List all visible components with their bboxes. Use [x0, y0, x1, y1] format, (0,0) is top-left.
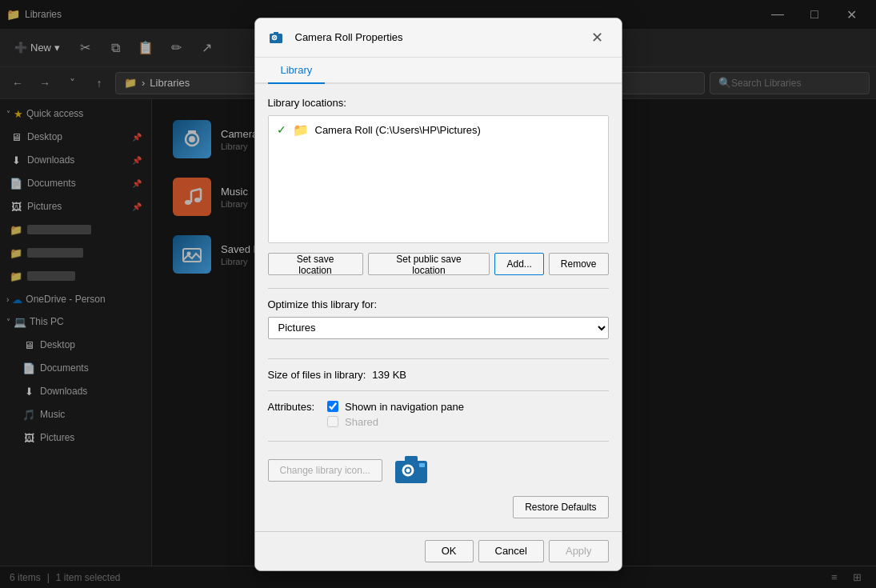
svg-rect-13: [274, 32, 278, 34]
icon-row: Change library icon...: [268, 451, 609, 490]
svg-point-12: [274, 37, 275, 38]
restore-defaults-row: Restore Defaults: [268, 496, 609, 518]
shown-in-nav-row: Shown in navigation pane: [327, 401, 464, 413]
attributes-label: Attributes:: [268, 401, 315, 413]
shared-row: Shared: [327, 416, 464, 428]
add-button[interactable]: Add...: [494, 253, 543, 275]
attributes-row: Attributes: Shown in navigation pane Sha…: [268, 401, 609, 431]
dialog-overlay: Camera Roll Properties ✕ Library Library…: [0, 0, 876, 588]
camera-roll-properties-dialog: Camera Roll Properties ✕ Library Library…: [254, 18, 622, 571]
divider-4: [268, 441, 609, 442]
change-icon-button[interactable]: Change library icon...: [268, 459, 382, 482]
folder-yellow-icon: 📁: [293, 122, 309, 138]
attributes-checkboxes: Shown in navigation pane Shared: [327, 401, 464, 431]
shared-checkbox[interactable]: [327, 416, 338, 427]
shown-in-nav-checkbox[interactable]: [327, 401, 338, 412]
attributes-section: Attributes: Shown in navigation pane Sha…: [268, 401, 609, 431]
check-icon: ✓: [277, 123, 286, 136]
size-row: Size of files in library: 139 KB: [268, 369, 609, 381]
library-preview-icon: [392, 451, 430, 490]
divider-1: [268, 288, 609, 289]
optimize-label: Optimize this library for:: [268, 298, 609, 310]
location-buttons: Set save location Set public save locati…: [268, 253, 609, 275]
location-item: ✓ 📁 Camera Roll (C:\Users\HP\Pictures): [272, 119, 605, 141]
tab-library[interactable]: Library: [268, 58, 326, 84]
size-label: Size of files in library:: [268, 369, 366, 381]
svg-point-16: [406, 468, 410, 472]
restore-defaults-button[interactable]: Restore Defaults: [513, 496, 608, 518]
dialog-tabs: Library: [255, 58, 622, 84]
apply-button[interactable]: Apply: [549, 540, 609, 562]
svg-rect-18: [419, 463, 425, 467]
optimize-select[interactable]: Pictures: [268, 317, 609, 339]
dialog-close-button[interactable]: ✕: [586, 26, 609, 49]
location-text: Camera Roll (C:\Users\HP\Pictures): [315, 124, 481, 136]
dialog-body: Library locations: ✓ 📁 Camera Roll (C:\U…: [255, 84, 622, 531]
ok-button[interactable]: OK: [425, 540, 474, 562]
location-list: ✓ 📁 Camera Roll (C:\Users\HP\Pictures): [268, 115, 609, 243]
remove-button[interactable]: Remove: [549, 253, 609, 275]
dialog-title-text: Camera Roll Properties: [295, 31, 403, 43]
dialog-title-area: Camera Roll Properties: [268, 30, 403, 46]
dialog-title-icon: [268, 30, 284, 46]
divider-3: [268, 390, 609, 391]
size-value: 139 KB: [372, 369, 406, 381]
dialog-title-bar: Camera Roll Properties ✕: [255, 18, 622, 58]
set-save-location-button[interactable]: Set save location: [268, 253, 363, 275]
locations-label: Library locations:: [268, 97, 609, 109]
divider-2: [268, 358, 609, 359]
shared-label[interactable]: Shared: [345, 416, 378, 428]
set-public-save-button[interactable]: Set public save location: [368, 253, 490, 275]
dialog-footer: OK Cancel Apply: [255, 531, 622, 570]
cancel-button[interactable]: Cancel: [478, 540, 544, 562]
svg-rect-17: [405, 456, 418, 462]
shown-in-nav-label[interactable]: Shown in navigation pane: [345, 401, 464, 413]
